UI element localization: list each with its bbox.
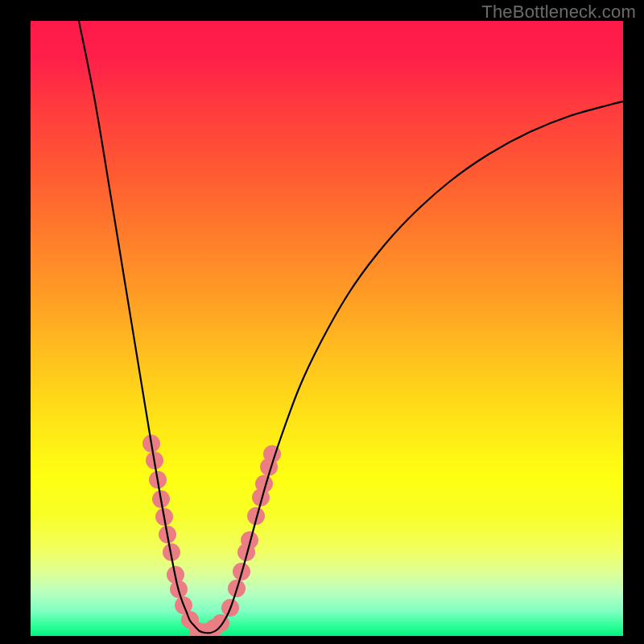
data-marker [263, 445, 281, 463]
bottleneck-curve [79, 21, 623, 633]
marker-layer [142, 435, 281, 636]
watermark-text: TheBottleneck.com [481, 2, 636, 23]
curve-svg [31, 21, 623, 636]
plot-area [31, 21, 623, 636]
chart-frame: TheBottleneck.com [0, 0, 644, 644]
